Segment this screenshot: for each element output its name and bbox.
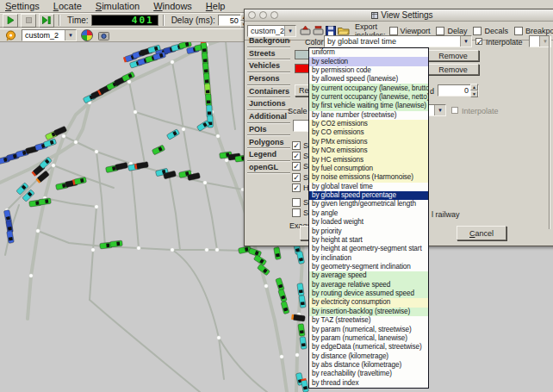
- combo-arrow-icon[interactable]: ▼: [434, 105, 445, 115]
- dropdown-item[interactable]: by electricity consumption: [309, 298, 428, 307]
- vehicle[interactable]: [205, 94, 211, 106]
- tab-opengl[interactable]: openGL: [247, 162, 290, 174]
- dropdown-item[interactable]: by reachability (traveltime): [309, 370, 428, 378]
- spin-down-icon[interactable]: ▼: [470, 90, 478, 97]
- tab-pois[interactable]: POIs: [247, 124, 290, 136]
- dropdown-item[interactable]: by lane number (streetwise): [309, 111, 428, 120]
- junction[interactable]: [295, 353, 300, 358]
- tab-containers[interactable]: Containers: [247, 86, 290, 98]
- menu-simulation[interactable]: Simulation: [96, 1, 140, 11]
- tab-junctions[interactable]: Junctions: [247, 98, 290, 110]
- tab-streets[interactable]: Streets: [247, 48, 290, 60]
- dropdown-item[interactable]: by geometry-segment inclination: [309, 263, 428, 271]
- color-wheel-icon[interactable]: [81, 29, 93, 41]
- threshold-spinner[interactable]: 0 ▲▼: [438, 84, 479, 96]
- dropdown-item[interactable]: by average relative speed: [309, 281, 428, 289]
- dialog-titlebar[interactable]: View Settings: [245, 9, 553, 22]
- dropdown-item[interactable]: by noise emissions (Harmonoise): [309, 173, 428, 182]
- junction[interactable]: [216, 134, 221, 139]
- dropdown-item[interactable]: by allowed speed (lanewise): [309, 75, 428, 84]
- tab-legend[interactable]: Legend: [247, 149, 290, 161]
- junction[interactable]: [36, 229, 40, 233]
- junction[interactable]: [95, 150, 99, 154]
- junction[interactable]: [171, 248, 175, 252]
- remove-button-0[interactable]: Remove: [427, 50, 479, 61]
- interpolate-checkbox[interactable]: ✓: [475, 38, 482, 45]
- tab-additional[interactable]: Additional: [247, 111, 290, 123]
- dropdown-item[interactable]: by CO2 emissions: [309, 120, 428, 128]
- dropdown-item[interactable]: by global travel time: [309, 183, 428, 191]
- junction[interactable]: [205, 248, 209, 252]
- export-breakpoints-checkbox[interactable]: Breakpoints: [514, 27, 553, 35]
- junction[interactable]: [52, 164, 56, 168]
- messages-icon[interactable]: [4, 29, 16, 41]
- play-button[interactable]: [3, 14, 18, 28]
- junction[interactable]: [280, 355, 284, 359]
- menu-locate[interactable]: Locate: [53, 1, 82, 11]
- dropdown-item[interactable]: by current occupancy (lanewise, brutto): [309, 84, 428, 92]
- tab-vehicles[interactable]: Vehicles: [247, 60, 290, 72]
- junction[interactable]: [137, 246, 141, 251]
- menu-settings[interactable]: Settings: [5, 1, 40, 11]
- junction[interactable]: [225, 159, 229, 163]
- spin-up-icon[interactable]: ▲: [470, 84, 478, 90]
- tab-polygons[interactable]: Polygons: [247, 137, 290, 149]
- dropdown-item[interactable]: by routing device assumed speed: [309, 289, 428, 298]
- dropdown-item[interactable]: uniform: [309, 48, 428, 57]
- step-button[interactable]: [39, 14, 54, 28]
- junction[interactable]: [215, 248, 220, 252]
- menu-help[interactable]: Help: [206, 1, 226, 11]
- combo-arrow-icon[interactable]: ▼: [460, 36, 471, 47]
- dropdown-item[interactable]: by average speed: [309, 271, 428, 280]
- combo-arrow-icon[interactable]: ▼: [65, 30, 76, 40]
- dropdown-item[interactable]: by angle: [309, 209, 428, 218]
- dropdown-item[interactable]: by distance (kilometrage): [309, 352, 428, 361]
- junction[interactable]: [127, 80, 132, 84]
- dropdown-item[interactable]: by param (numerical, streetwise): [309, 325, 428, 333]
- dropdown-item[interactable]: by priority: [309, 227, 428, 235]
- cancel-button[interactable]: Cancel: [457, 226, 506, 240]
- junction[interactable]: [91, 248, 96, 252]
- remove-button-1[interactable]: Remove: [427, 64, 479, 75]
- junction[interactable]: [217, 336, 221, 340]
- dropdown-item[interactable]: by PMx emissions: [309, 138, 428, 146]
- dropdown-item[interactable]: by insertion-backlog (streetwise): [309, 308, 428, 316]
- dropdown-item[interactable]: by first vehicle waiting time (lanewise): [309, 102, 428, 110]
- junction[interactable]: [203, 181, 208, 185]
- dropdown-item[interactable]: by selection: [309, 57, 428, 65]
- dropdown-item[interactable]: by NOx emissions: [309, 146, 428, 155]
- export-decals-checkbox[interactable]: Decals: [473, 27, 508, 35]
- junction[interactable]: [62, 134, 66, 139]
- snapshot-icon[interactable]: [97, 29, 109, 41]
- dropdown-item[interactable]: by param (numerical, lanewise): [309, 334, 428, 343]
- dropdown-item[interactable]: by given length/geometrical length: [309, 200, 428, 208]
- scheme-combo[interactable]: custom_2 ▼: [22, 29, 77, 41]
- junction[interactable]: [95, 205, 99, 209]
- junction[interactable]: [29, 274, 34, 278]
- dropdown-item[interactable]: by thread index: [309, 379, 428, 388]
- dropdown-item[interactable]: by inclination: [309, 253, 428, 262]
- dropdown-item[interactable]: by permission code: [309, 66, 428, 75]
- tab-background[interactable]: Background: [247, 35, 290, 47]
- vehicle[interactable]: [110, 240, 123, 247]
- save-setting-icon[interactable]: [300, 25, 311, 37]
- combo-arrow-icon[interactable]: ▼: [284, 26, 295, 36]
- junction[interactable]: [74, 140, 78, 145]
- menu-windows[interactable]: Windows: [153, 1, 192, 11]
- dropdown-item[interactable]: by loaded weight: [309, 218, 428, 227]
- dropdown-item[interactable]: by height at geometry-segment start: [309, 245, 428, 253]
- dropdown-item[interactable]: by TAZ (streetwise): [309, 316, 428, 325]
- dropdown-item[interactable]: by HC emissions: [309, 155, 428, 164]
- junction[interactable]: [134, 110, 138, 115]
- dropdown-item[interactable]: by fuel consumption: [309, 165, 428, 173]
- dropdown-item[interactable]: by global speed percentage: [309, 191, 428, 200]
- dropdown-item[interactable]: by current occupancy (lanewise, netto): [309, 93, 428, 102]
- dropdown-item[interactable]: by abs distance (kilometrage): [309, 361, 428, 370]
- dropdown-item[interactable]: by height at start: [309, 236, 428, 245]
- junction[interactable]: [171, 60, 175, 65]
- stop-button[interactable]: [21, 14, 36, 28]
- junction[interactable]: [182, 128, 186, 132]
- color-by-combo[interactable]: by global travel time ▼: [324, 35, 472, 47]
- delete-setting-icon[interactable]: [313, 25, 324, 37]
- export-delay-checkbox[interactable]: Delay: [436, 27, 467, 35]
